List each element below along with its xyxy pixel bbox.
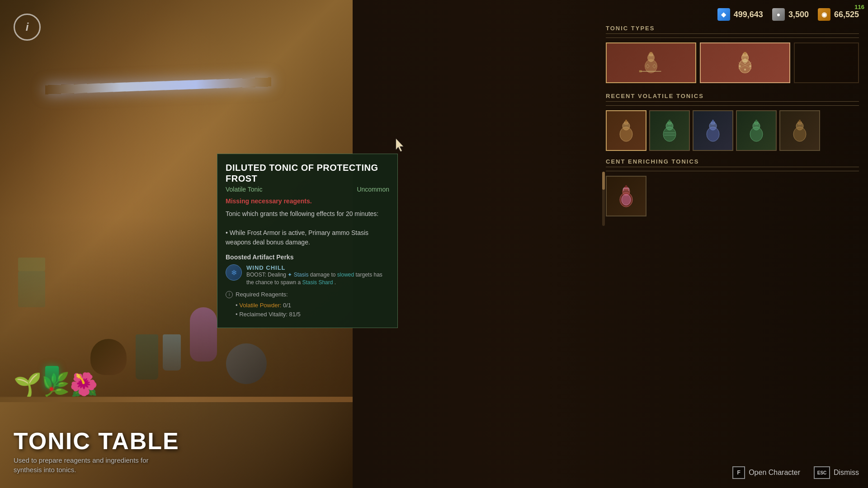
tonic-types-section: TONIC TYPES [606, 25, 859, 83]
svg-point-31 [707, 127, 719, 141]
dismiss-label: Dismiss [834, 469, 859, 477]
perk-name: WIND CHILL [246, 264, 389, 271]
location-title: TONIC TABLE [14, 429, 179, 453]
svg-point-25 [663, 127, 676, 141]
tonic-types-grid [606, 42, 859, 83]
svg-rect-36 [755, 120, 757, 122]
glimmer-icon: ◆ [717, 8, 730, 21]
reagents-info-icon: i [226, 291, 233, 298]
volatile-tonic-1[interactable] [606, 110, 646, 151]
perk-desc: BOOST: Dealing ✦ Stasis damage to slowed… [246, 271, 389, 286]
open-character-key: F [732, 466, 745, 479]
svg-rect-22 [625, 120, 627, 122]
tonic-type-card-2[interactable] [700, 42, 790, 83]
dismiss-key: ESC [814, 466, 830, 479]
detail-type: Volatile Tonic [226, 186, 262, 193]
svg-point-35 [750, 127, 763, 141]
svg-point-15 [749, 65, 751, 67]
detail-description: Tonic which grants the following effects… [226, 209, 389, 247]
svg-marker-46 [396, 139, 403, 151]
svg-point-39 [793, 127, 806, 141]
perk-boost-text: BOOST: Dealing [246, 272, 286, 278]
scroll-thumb [602, 172, 605, 190]
svg-rect-5 [639, 70, 642, 73]
reagent-2-name: • Reclaimed Vitality: [236, 311, 289, 318]
svg-rect-32 [712, 120, 714, 122]
volatile-tonic-2[interactable] [649, 110, 690, 151]
perk-shard-text: Stasis Shard [302, 279, 333, 286]
recent-volatile-grid [606, 110, 859, 151]
glimmer-value: 499,643 [734, 10, 763, 19]
recent-volatile-label: RECENT VOLATILE TONICS [606, 93, 859, 102]
svg-point-13 [744, 60, 746, 62]
silver-value: 3,500 [788, 10, 809, 19]
detail-subtitle-row: Volatile Tonic Uncommon [226, 186, 389, 193]
table-edge [0, 397, 353, 402]
volatile-bottle-4-icon [743, 117, 770, 144]
volatile-bottle-2-icon [656, 117, 683, 144]
open-character-button[interactable]: F Open Character [732, 466, 800, 479]
cursor [394, 138, 405, 154]
info-button[interactable]: i [14, 14, 41, 41]
enriching-item-1[interactable] [606, 176, 646, 216]
glimmer-currency: ◆ 499,643 [717, 8, 763, 21]
required-reagents: i Required Reagents: • Volatile Powder: … [226, 291, 389, 320]
perk-slowed-text: slowed [337, 272, 354, 278]
tonic-type-empty [794, 42, 859, 83]
svg-rect-26 [669, 120, 670, 122]
bg-bottle-2 [163, 334, 181, 371]
detail-title: DILUTED TONIC OF PROTECTING FROST [226, 162, 389, 184]
enriching-separator [606, 171, 859, 171]
bright-dust-icon: ◉ [818, 8, 830, 21]
recent-enriching-label: CENT ENRICHING TONICS [606, 158, 859, 167]
volatile-bottle-1-icon [613, 117, 640, 144]
currency-bar: ◆ 499,643 ● 3,500 ◉ 66,525 [717, 8, 859, 21]
svg-point-16 [744, 69, 746, 71]
perk-stasis-text: ✦ Stasis [288, 272, 308, 278]
perk-content: WIND CHILL BOOST: Dealing ✦ Stasis damag… [246, 264, 389, 286]
perk-desc1: damage to [310, 272, 337, 278]
enriching-grid [606, 176, 859, 216]
tonic-type-card-1[interactable] [606, 42, 696, 83]
volatile-bottle-5-icon [786, 117, 813, 144]
recent-volatile-section: RECENT VOLATILE TONICS [606, 93, 859, 151]
tonic-type-icon-2 [731, 49, 759, 76]
scroll-bar[interactable] [602, 172, 605, 226]
silver-currency: ● 3,500 [772, 8, 809, 21]
open-character-label: Open Character [749, 469, 800, 477]
bright-dust-value: 66,525 [834, 10, 859, 19]
svg-rect-11 [744, 52, 746, 54]
detail-warning: Missing necessary reagents. [226, 197, 389, 205]
bg-glow-item [45, 366, 59, 389]
reagent-1: • Volatile Powder: 0/1 [236, 301, 389, 310]
volatile-tonic-3[interactable] [693, 110, 733, 151]
tonic-types-label: TONIC TYPES [606, 25, 859, 34]
bg-book-stack [18, 271, 45, 307]
bottom-hud: F Open Character ESC Dismiss [732, 466, 859, 479]
volatile-tonic-5[interactable] [779, 110, 820, 151]
reagent-2-value: 81/5 [289, 311, 300, 318]
silver-icon: ● [772, 8, 785, 21]
detail-desc-text: Tonic which grants the following effects… [226, 210, 378, 217]
volatile-bottle-3-icon [699, 117, 726, 144]
reagent-1-value: 0/1 [281, 302, 291, 309]
svg-point-45 [622, 194, 631, 205]
detail-desc-bullet: • While Frost Armor is active, Primary a… [226, 229, 368, 246]
bottom-info: TONIC TABLE Used to prepare reagents and… [14, 429, 179, 474]
detail-rarity: Uncommon [357, 186, 389, 193]
bg-sphere [226, 343, 267, 384]
bg-bottle-1 [136, 334, 158, 380]
svg-rect-3 [650, 52, 652, 54]
reagents-label: Required Reagents: [236, 291, 288, 298]
bright-dust-currency: ◉ 66,525 [818, 8, 859, 21]
bg-book-top [18, 258, 45, 271]
dismiss-button[interactable]: ESC Dismiss [814, 466, 859, 479]
bg-pot-1 [90, 339, 127, 375]
enriching-bottle-1-icon [613, 183, 640, 210]
bg-red-dot [50, 387, 53, 391]
svg-rect-40 [799, 120, 801, 122]
perk-item-wind-chill: ❄ WIND CHILL BOOST: Dealing ✦ Stasis dam… [226, 264, 389, 286]
volatile-tonic-4[interactable] [736, 110, 777, 151]
svg-point-14 [739, 65, 741, 67]
location-description: Used to prepare reagents and ingredients… [14, 455, 167, 474]
